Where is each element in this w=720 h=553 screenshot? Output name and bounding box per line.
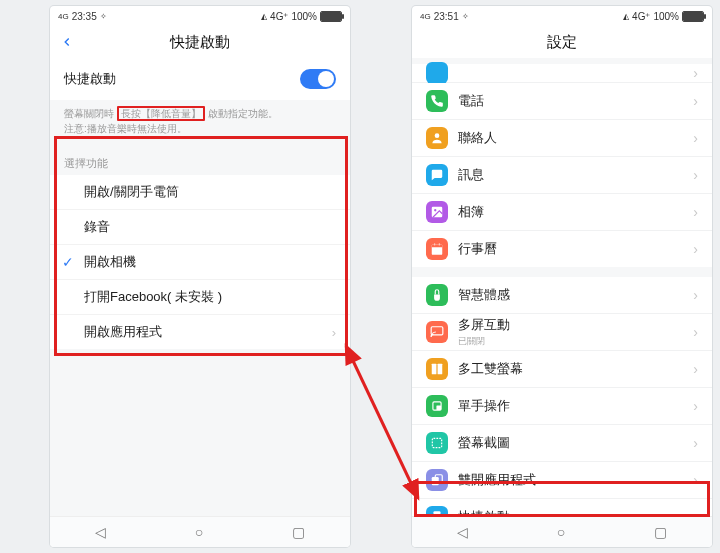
net-small-indicator: 4G (420, 12, 431, 21)
sys-home[interactable]: ○ (557, 524, 565, 540)
content: 快捷啟動 螢幕關閉時 長按【降低音量】 啟動指定功能。 注意:播放音樂時無法使用… (50, 58, 350, 516)
system-navbar: ◁ ○ ▢ (412, 516, 712, 547)
sys-home[interactable]: ○ (195, 524, 203, 540)
function-label: 開啟相機 (84, 253, 136, 271)
function-label: 錄音 (84, 218, 110, 236)
function-label: 開啟/關閉手電筒 (84, 183, 179, 201)
function-label: 打開Facebook( 未安裝 ) (84, 288, 222, 306)
sys-back[interactable]: ◁ (457, 524, 468, 540)
svg-rect-9 (438, 364, 443, 375)
chevron-right-icon: › (693, 361, 698, 377)
phone-icon (426, 90, 448, 112)
statusbar: 4G 23:35 ✧ ◭ 4G⁺ 100% (50, 6, 350, 26)
svg-point-2 (434, 209, 436, 211)
cast-icon (426, 321, 448, 343)
highlight-phrase: 長按【降低音量】 (117, 106, 205, 121)
gallery-icon (426, 201, 448, 223)
battery-pct: 100% (291, 11, 317, 22)
system-navbar: ◁ ○ ▢ (50, 516, 350, 547)
chevron-right-icon: › (693, 93, 698, 109)
settings-row[interactable]: 相簿› (412, 194, 712, 231)
chevron-right-icon: › (693, 398, 698, 414)
row-label: 多工雙螢幕 (458, 360, 693, 378)
onehand-icon (426, 395, 448, 417)
settings-row[interactable]: 電話› (412, 83, 712, 120)
calendar-icon (426, 238, 448, 260)
chevron-right-icon: › (693, 509, 698, 516)
chevron-right-icon: › (693, 241, 698, 257)
function-row[interactable]: 開啟/關閉手電筒 (50, 175, 350, 210)
check-icon: ✓ (62, 254, 74, 270)
navbar: 快捷啟動 (50, 26, 350, 58)
chevron-right-icon: › (693, 324, 698, 340)
settings-row[interactable]: 單手操作› (412, 388, 712, 425)
net-small-indicator: 4G (58, 12, 69, 21)
function-row[interactable]: 打開Facebook( 未安裝 ) (50, 280, 350, 315)
right-phone: 4G 23:51 ✧ ◭ 4G⁺ 100% 設定 › 電話›聯絡人›訊 (412, 6, 712, 547)
screenshot-icon (426, 432, 448, 454)
quick-launch-toggle-row[interactable]: 快捷啟動 (50, 58, 350, 100)
chevron-right-icon: › (332, 325, 336, 340)
settings-row[interactable]: 行事曆› (412, 231, 712, 267)
row-label: 螢幕截圖 (458, 434, 693, 452)
row-label: 快捷啟動 (458, 508, 693, 516)
row-label: 相簿 (458, 203, 693, 221)
row-label: 單手操作 (458, 397, 693, 415)
settings-row[interactable]: 快捷啟動› (412, 499, 712, 516)
row-label: 多屏互動 (458, 316, 693, 334)
settings-row[interactable]: 智慧體感› (412, 277, 712, 314)
chevron-right-icon: › (693, 435, 698, 451)
svg-rect-11 (436, 405, 441, 410)
settings-row[interactable]: 聯絡人› (412, 120, 712, 157)
settings-row-partial[interactable]: › (412, 64, 712, 83)
stage: 4G 23:35 ✧ ◭ 4G⁺ 100% 快捷啟動 快捷啟動 (0, 0, 720, 553)
battery-icon (320, 11, 342, 22)
battery-icon (682, 11, 704, 22)
chevron-right-icon: › (693, 167, 698, 183)
contacts-icon (426, 127, 448, 149)
settings-row[interactable]: 螢幕截圖› (412, 425, 712, 462)
settings-row[interactable]: 多工雙螢幕› (412, 351, 712, 388)
sys-recent[interactable]: ▢ (654, 524, 667, 540)
clone-icon (426, 469, 448, 491)
gesture-icon (426, 284, 448, 306)
left-phone: 4G 23:35 ✧ ◭ 4G⁺ 100% 快捷啟動 快捷啟動 (50, 6, 350, 547)
svg-rect-8 (432, 364, 437, 375)
chevron-right-icon: › (693, 472, 698, 488)
row-label: 雙開應用程式 (458, 471, 693, 489)
settings-row[interactable]: 多屏互動已關閉› (412, 314, 712, 351)
statusbar: 4G 23:51 ✧ ◭ 4G⁺ 100% (412, 6, 712, 26)
battery-pct: 100% (653, 11, 679, 22)
chevron-right-icon: › (693, 287, 698, 303)
settings-row[interactable]: 訊息› (412, 157, 712, 194)
back-button[interactable] (60, 26, 74, 58)
page-title: 設定 (547, 33, 577, 52)
row-label: 聯絡人 (458, 129, 693, 147)
content: › 電話›聯絡人›訊息›相簿›行事曆› 智慧體感›多屏互動已關閉›多工雙螢幕›單… (412, 58, 712, 516)
function-label: 開啟應用程式 (84, 323, 162, 341)
settings-row[interactable]: 雙開應用程式› (412, 462, 712, 499)
row-label: 訊息 (458, 166, 693, 184)
row-label: 行事曆 (458, 240, 693, 258)
svg-rect-4 (432, 244, 443, 247)
settings-list-1: 電話›聯絡人›訊息›相簿›行事曆› (412, 83, 712, 267)
function-row[interactable]: ✓開啟相機 (50, 245, 350, 280)
row-label: 智慧體感 (458, 286, 693, 304)
quick-icon (426, 506, 448, 516)
function-row[interactable]: 錄音 (50, 210, 350, 245)
sys-back[interactable]: ◁ (95, 524, 106, 540)
sys-recent[interactable]: ▢ (292, 524, 305, 540)
row-label: 電話 (458, 92, 693, 110)
toggle-description: 螢幕關閉時 長按【降低音量】 啟動指定功能。 注意:播放音樂時無法使用。 (50, 100, 350, 146)
function-row[interactable]: 開啟應用程式› (50, 315, 350, 349)
toggle-switch[interactable] (300, 69, 336, 89)
app-icon (426, 62, 448, 84)
page-title: 快捷啟動 (170, 33, 230, 52)
clock: 23:51 (434, 11, 459, 22)
svg-rect-7 (431, 327, 443, 335)
split-icon (426, 358, 448, 380)
svg-rect-12 (432, 438, 441, 447)
group-label: 選擇功能 (50, 146, 350, 175)
svg-point-0 (435, 133, 440, 138)
function-list: 開啟/關閉手電筒錄音✓開啟相機打開Facebook( 未安裝 )開啟應用程式› (50, 175, 350, 349)
